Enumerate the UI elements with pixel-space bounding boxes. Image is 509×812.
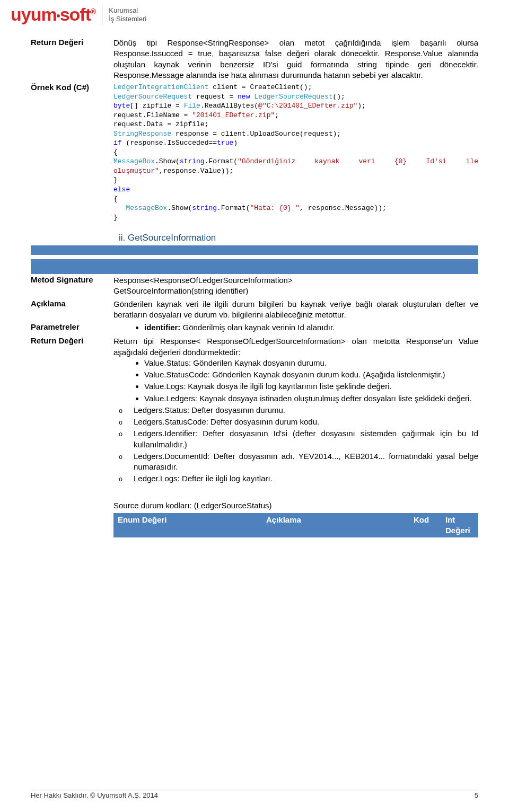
enum-caption: Source durum kodları: (LedgerSourceStatu… <box>113 500 478 511</box>
bar-gap <box>31 255 478 259</box>
enum-h-desc: Açıklama <box>262 513 409 538</box>
enum-h-code: Kod <box>409 513 441 538</box>
signature-row: Metod Signature Response<ResponseOfLedge… <box>31 274 478 298</box>
code-row: Örnek Kod (C#) LedgerIntegrationClient c… <box>31 82 478 223</box>
param-bullet: identifier: Gönderilmiş olan kaynak veri… <box>144 322 478 333</box>
description-row: Açıklama Gönderilen kaynak veri ile ilgi… <box>31 298 478 322</box>
parameters-value: identifier: Gönderilmiş olan kaynak veri… <box>113 321 478 335</box>
tagline-line2: İş Sistemleri <box>109 15 146 23</box>
enum-header-row: Enum Değeri Açıklama Kod Int Değeri <box>113 513 478 538</box>
sub-ledgers-status: Ledgers.Status: Defter dosyasının durumu… <box>134 405 478 416</box>
sub-ledgers-identifier: Ledgers.Identifier: Defter dosyasının Id… <box>134 428 478 450</box>
blue-bar-top <box>31 245 478 255</box>
bullet-logs: Value.Logs: Kaynak dosya ile ilgili log … <box>144 381 478 392</box>
signature-label: Metod Signature <box>31 274 113 298</box>
code-block: LedgerIntegrationClient client = CreateC… <box>113 82 478 223</box>
tagline: Kurumsal İş Sistemleri <box>109 6 146 23</box>
parameters-row: Parametreler identifier: Gönderilmiş ola… <box>31 321 478 335</box>
enum-h-int: Int Değeri <box>441 513 478 538</box>
parameters-label: Parametreler <box>31 321 113 335</box>
return2-label: Return Değeri <box>31 335 113 539</box>
return2-row: Return Değeri Return tipi Response< Resp… <box>31 335 478 539</box>
logo: uyumsoft® <box>11 4 95 25</box>
bullet-ledgers: Value.Ledgers: Kaynak dosyaya istinaden … <box>144 393 478 404</box>
bullet-statuscode: Value.StatusCode: Gönderilen Kaynak dosy… <box>144 369 478 380</box>
return2-intro: Return tipi Response< ResponseOfLedgerSo… <box>113 336 478 358</box>
sub-ledgers-documentid: Ledgers.DocumentId: Defter dosyasının ad… <box>134 451 478 473</box>
bullet-status: Value.Status: Gönderilen Kaynak dosyanın… <box>144 358 478 368</box>
sub-ledger-logs: Ledger.Logs: Defter ile ilgli log kayıtl… <box>134 473 478 484</box>
page-header: uyumsoft® Kurumsal İş Sistemleri <box>0 0 509 27</box>
tagline-line1: Kurumsal <box>109 6 146 15</box>
page-footer: Her Hakkı Saklıdır. © Uyumsoft A.Ş. 2014… <box>31 790 478 799</box>
return-row: Return Değeri Dönüş tipi Response<String… <box>31 37 478 82</box>
return-label: Return Değeri <box>31 37 113 82</box>
return-value: Dönüş tipi Response<StringResponse> olan… <box>113 37 478 82</box>
code-label: Örnek Kod (C#) <box>31 82 113 223</box>
enum-h-value: Enum Değeri <box>113 513 262 538</box>
signature-value: Response<ResponseOfLedgerSourceInformati… <box>113 274 478 298</box>
return2-value: Return tipi Response< ResponseOfLedgerSo… <box>113 335 478 539</box>
description-label: Açıklama <box>31 298 113 322</box>
description-value: Gönderilen kaynak veri ile ilgili durum … <box>113 298 478 322</box>
header-divider <box>102 5 102 25</box>
footer-pagenum: 5 <box>475 791 478 799</box>
sub-ledgers-statuscode: Ledgers.StatusCode: Defter dosyasının du… <box>134 417 478 427</box>
blue-bar-bottom <box>31 259 478 274</box>
subheading: ii. GetSourceInformation <box>119 233 478 243</box>
footer-copyright: Her Hakkı Saklıdır. © Uyumsoft A.Ş. 2014 <box>31 791 158 799</box>
page-content: Return Değeri Dönüş tipi Response<String… <box>0 27 509 539</box>
